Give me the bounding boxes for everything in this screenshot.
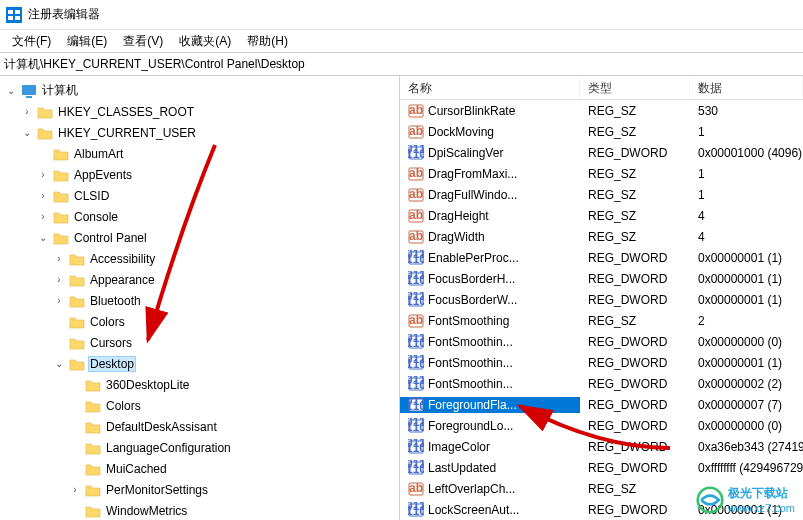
string-icon [408,313,424,329]
cell-type: REG_DWORD [580,461,690,475]
tree-item-360desktoplite[interactable]: › 360DesktopLite [0,374,399,395]
cell-name: LastUpdated [400,460,580,476]
cell-type: REG_SZ [580,314,690,328]
value-name: EnablePerProc... [428,251,519,265]
menu-favorites[interactable]: 收藏夹(A) [171,31,239,52]
tree-item-controlpanel[interactable]: ⌄ Control Panel [0,227,399,248]
twisty-icon[interactable]: ⌄ [36,232,50,243]
list-row[interactable]: FontSmoothin...REG_DWORD0x00000000 (0) [400,331,803,352]
tree-item-desktop[interactable]: ⌄ Desktop [0,353,399,374]
cell-type: REG_DWORD [580,503,690,517]
tree-item-accessibility[interactable]: › Accessibility [0,248,399,269]
list-row[interactable]: ForegroundFla...REG_DWORD0x00000007 (7) [400,394,803,415]
tree-label: Accessibility [88,251,157,267]
cell-type: REG_DWORD [580,335,690,349]
twisty-icon[interactable]: › [52,253,66,264]
cell-data: 1 [690,125,803,139]
twisty-icon[interactable]: › [36,169,50,180]
list-row[interactable]: ForegroundLo...REG_DWORD0x00000000 (0) [400,415,803,436]
col-name[interactable]: 名称 [400,76,580,99]
list-row[interactable]: DragFullWindo...REG_SZ1 [400,184,803,205]
watermark: 极光下载站 www.xz7.com [696,485,795,514]
tree-item-cursors[interactable]: › Cursors [0,332,399,353]
tree-item-albumart[interactable]: › AlbumArt [0,143,399,164]
list-row[interactable]: ImageColorREG_DWORD0xa36eb343 (274194105… [400,436,803,457]
list-row[interactable]: CursorBlinkRateREG_SZ530 [400,100,803,121]
list-row[interactable]: LastUpdatedREG_DWORD0xffffffff (42949672… [400,457,803,478]
binary-icon [408,376,424,392]
list-row[interactable]: DragFromMaxi...REG_SZ1 [400,163,803,184]
twisty-icon[interactable]: ⌄ [4,85,18,96]
menu-file[interactable]: 文件(F) [4,31,59,52]
list-row[interactable]: DpiScalingVerREG_DWORD0x00001000 (4096) [400,142,803,163]
folder-icon [69,272,85,288]
tree-item-windowmetrics[interactable]: › WindowMetrics [0,500,399,520]
computer-icon [21,83,37,99]
col-data[interactable]: 数据 [690,76,803,99]
tree-item-clsid[interactable]: › CLSID [0,185,399,206]
value-name: LockScreenAut... [428,503,519,517]
tree-item-permonitorsettings[interactable]: › PerMonitorSettings [0,479,399,500]
value-name: DpiScalingVer [428,146,503,160]
folder-icon [37,125,53,141]
tree-label: PerMonitorSettings [104,482,210,498]
twisty-spacer: › [68,400,82,411]
list-row[interactable]: FontSmoothin...REG_DWORD0x00000001 (1) [400,352,803,373]
tree-label: 计算机 [40,81,80,100]
cell-name: FontSmoothin... [400,376,580,392]
list-row[interactable]: DragHeightREG_SZ4 [400,205,803,226]
twisty-icon[interactable]: › [36,190,50,201]
tree-item-appearance[interactable]: › Appearance [0,269,399,290]
string-icon [408,103,424,119]
tree-item-colors[interactable]: › Colors [0,311,399,332]
twisty-icon[interactable]: › [36,211,50,222]
registry-tree[interactable]: ⌄ 计算机 › HKEY_CLASSES_ROOT ⌄ HKEY_CURRENT… [0,76,399,520]
tree-item-defaultdeskassistant[interactable]: › DefaultDeskAssisant [0,416,399,437]
twisty-icon[interactable]: › [52,274,66,285]
folder-icon [37,104,53,120]
tree-item-bluetooth[interactable]: › Bluetooth [0,290,399,311]
cell-name: CursorBlinkRate [400,103,580,119]
tree-item-appevents[interactable]: › AppEvents [0,164,399,185]
folder-icon [53,167,69,183]
twisty-spacer: › [68,505,82,516]
list-row[interactable]: DockMovingREG_SZ1 [400,121,803,142]
cell-name: ForegroundLo... [400,418,580,434]
cell-type: REG_DWORD [580,293,690,307]
binary-icon [408,145,424,161]
twisty-spacer: › [52,337,66,348]
tree-item-colors2[interactable]: › Colors [0,395,399,416]
twisty-icon[interactable]: › [20,106,34,117]
address-bar[interactable]: 计算机\HKEY_CURRENT_USER\Control Panel\Desk… [0,52,803,76]
list-row[interactable]: DragWidthREG_SZ4 [400,226,803,247]
menu-view[interactable]: 查看(V) [115,31,171,52]
cell-type: REG_SZ [580,209,690,223]
tree-item-languageconfiguration[interactable]: › LanguageConfiguration [0,437,399,458]
list-row[interactable]: FocusBorderW...REG_DWORD0x00000001 (1) [400,289,803,310]
list-row[interactable]: EnablePerProc...REG_DWORD0x00000001 (1) [400,247,803,268]
address-path: 计算机\HKEY_CURRENT_USER\Control Panel\Desk… [4,56,305,73]
tree-hkcu[interactable]: ⌄ HKEY_CURRENT_USER [0,122,399,143]
twisty-icon[interactable]: ⌄ [20,127,34,138]
twisty-icon[interactable]: › [68,484,82,495]
col-type[interactable]: 类型 [580,76,690,99]
list-body[interactable]: CursorBlinkRateREG_SZ530DockMovingREG_SZ… [400,100,803,520]
watermark-url: www.xz7.com [728,502,795,514]
menu-edit[interactable]: 编辑(E) [59,31,115,52]
cell-type: REG_DWORD [580,146,690,160]
tree-item-console[interactable]: › Console [0,206,399,227]
folder-icon [69,293,85,309]
menu-help[interactable]: 帮助(H) [239,31,296,52]
tree-root[interactable]: ⌄ 计算机 [0,80,399,101]
list-row[interactable]: FontSmoothin...REG_DWORD0x00000002 (2) [400,373,803,394]
tree-hkcr[interactable]: › HKEY_CLASSES_ROOT [0,101,399,122]
tree-item-muicached[interactable]: › MuiCached [0,458,399,479]
twisty-icon[interactable]: ⌄ [52,358,66,369]
folder-icon [85,482,101,498]
twisty-icon[interactable]: › [52,295,66,306]
window-title: 注册表编辑器 [28,6,100,23]
twisty-spacer: › [68,379,82,390]
cell-type: REG_SZ [580,125,690,139]
list-row[interactable]: FontSmoothingREG_SZ2 [400,310,803,331]
list-row[interactable]: FocusBorderH...REG_DWORD0x00000001 (1) [400,268,803,289]
